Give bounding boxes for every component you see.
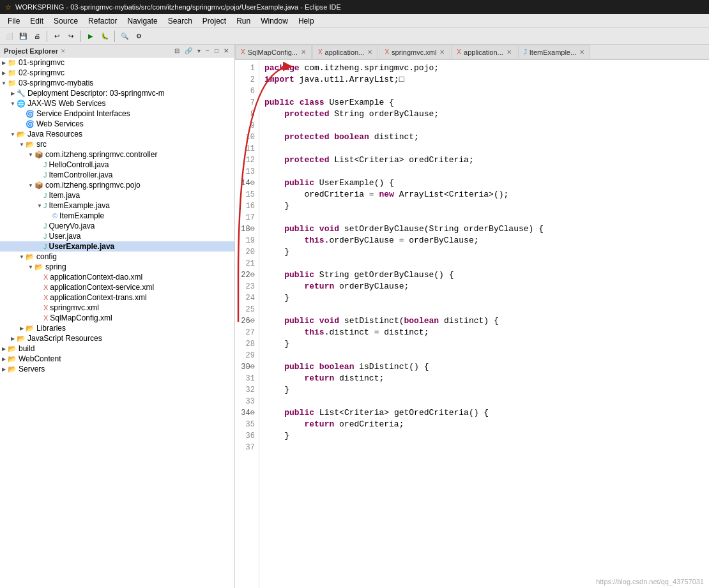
- code-editor-area[interactable]: 1267891011121314⊖15161718⊖19202122⊖23242…: [235, 60, 709, 588]
- tree-item-UserExample[interactable]: JUserExample.java: [0, 241, 234, 252]
- tree-item-appCtx-dao[interactable]: XapplicationContext-dao.xml: [0, 272, 234, 282]
- tree-arrow-src[interactable]: ▼: [18, 142, 26, 147]
- run-btn[interactable]: ▶: [84, 30, 97, 43]
- tree-item-ItemExample-class[interactable]: ©ItemExample: [0, 211, 234, 221]
- tree-arrow-03-springmvc-mybatis[interactable]: ▼: [0, 80, 8, 86]
- tree-item-web-services[interactable]: 🌀Web Services: [0, 119, 234, 129]
- tab-close-SqlMapConfig[interactable]: ✕: [301, 49, 306, 56]
- tree-item-java-resources[interactable]: ▼📂Java Resources: [0, 129, 234, 139]
- tree-item-User[interactable]: JUser.java: [0, 231, 234, 241]
- menu-item-edit[interactable]: Edit: [25, 15, 49, 27]
- tree-icon-QueryVo: J: [43, 222, 47, 230]
- tree-item-02-springmvc[interactable]: ▶📁02-springmvc: [0, 68, 234, 78]
- tab-SqlMapConfig[interactable]: XSqlMapConfig...✕: [235, 45, 312, 59]
- tree-item-config[interactable]: ▼📂config: [0, 252, 234, 262]
- view-menu-btn[interactable]: ▾: [195, 47, 202, 55]
- tree-arrow-config[interactable]: ▼: [18, 254, 26, 260]
- line-num-6: 10: [235, 132, 259, 143]
- tab-application2[interactable]: Xapplication...✕: [451, 45, 517, 59]
- tree-label-Libraries: Libraries: [36, 324, 66, 333]
- tree-item-Libraries[interactable]: ▶📂Libraries: [0, 323, 234, 333]
- menu-item-search[interactable]: Search: [163, 15, 197, 27]
- tab-close-ItemExample[interactable]: ✕: [579, 49, 584, 56]
- tree-item-src[interactable]: ▼📂src: [0, 139, 234, 149]
- tab-close-application1[interactable]: ✕: [367, 49, 372, 56]
- tree-item-Servers[interactable]: ▶📂Servers: [0, 364, 234, 374]
- toolbar-btn-6[interactable]: 🔍: [118, 30, 131, 43]
- close-explorer-btn[interactable]: ✕: [222, 47, 231, 55]
- tree-label-ItemExample-class: ItemExample: [59, 211, 104, 220]
- tree-item-pkg-pojo[interactable]: ▼📦com.itzheng.springmvc.pojo: [0, 180, 234, 190]
- tree-item-build[interactable]: ▶📂build: [0, 343, 234, 354]
- tree-item-QueryVo[interactable]: JQueryVo.java: [0, 221, 234, 231]
- tree-item-service-endpoint[interactable]: 🌀Service Endpoint Interfaces: [0, 109, 234, 119]
- tree-item-jax-ws[interactable]: ▼🌐JAX-WS Web Services: [0, 98, 234, 109]
- toolbar-btn-2[interactable]: 💾: [17, 30, 29, 43]
- tree-arrow-01-springmvc[interactable]: ▶: [0, 60, 8, 66]
- menu-item-file[interactable]: File: [3, 15, 25, 27]
- menu-item-project[interactable]: Project: [197, 15, 231, 27]
- tree-arrow-Servers[interactable]: ▶: [0, 366, 8, 372]
- code-line-2: [264, 86, 704, 97]
- tree-arrow-ItemExample[interactable]: ▼: [36, 203, 43, 209]
- code-line-1: import java.util.ArrayList;□: [264, 74, 704, 86]
- tree-item-SqlMapConfig[interactable]: XSqlMapConfig.xml: [0, 313, 234, 323]
- tree-item-Item[interactable]: JItem.java: [0, 190, 234, 200]
- menu-item-window[interactable]: Window: [255, 15, 293, 27]
- tree-item-spring[interactable]: ▼📂spring: [0, 262, 234, 272]
- tree-item-deployment-descriptor[interactable]: ▶🔧Deployment Descriptor: 03-springmvc-m: [0, 88, 234, 98]
- tree-arrow-pkg-controller[interactable]: ▼: [27, 152, 34, 158]
- toolbar-btn-1[interactable]: ⬜: [3, 30, 15, 43]
- tree-item-01-springmvc[interactable]: ▶📁01-springmvc: [0, 57, 234, 68]
- tree-item-03-springmvc-mybatis[interactable]: ▼📁03-springmvc-mybatis: [0, 78, 234, 88]
- tab-application1[interactable]: Xapplication...✕: [312, 45, 378, 59]
- tree-item-ItemExample[interactable]: ▼JItemExample.java: [0, 200, 234, 211]
- tree-arrow-build[interactable]: ▶: [0, 346, 8, 352]
- explorer-title: Project Explorer: [4, 47, 58, 55]
- menu-item-help[interactable]: Help: [293, 15, 319, 27]
- link-with-editor-btn[interactable]: 🔗: [183, 47, 194, 55]
- menu-item-source[interactable]: Source: [49, 15, 83, 27]
- tree-arrow-pkg-pojo[interactable]: ▼: [27, 183, 34, 188]
- tree-arrow-deployment-descriptor[interactable]: ▶: [9, 91, 17, 96]
- tree-arrow-java-resources[interactable]: ▼: [9, 132, 17, 137]
- maximize-btn[interactable]: □: [213, 47, 220, 55]
- tree-icon-java-resources: 📂: [17, 130, 26, 139]
- tree-arrow-spring[interactable]: ▼: [27, 264, 34, 270]
- tree-item-ItemController[interactable]: JItemController.java: [0, 170, 234, 180]
- tree-label-appCtx-dao: applicationContext-dao.xml: [50, 273, 142, 282]
- menu-item-refactor[interactable]: Refactor: [83, 15, 122, 27]
- tree-item-JavaScriptResources[interactable]: ▶📂JavaScript Resources: [0, 333, 234, 343]
- tree-item-springmvc-xml[interactable]: Xspringmvc.xml: [0, 303, 234, 313]
- tree-arrow-jax-ws[interactable]: ▼: [9, 101, 17, 107]
- tree-item-HelloControll[interactable]: JHelloControll.java: [0, 160, 234, 170]
- collapse-all-btn[interactable]: ⊟: [172, 47, 181, 55]
- toolbar-btn-4[interactable]: ↩: [50, 30, 63, 43]
- tree-item-pkg-controller[interactable]: ▼📦com.itzheng.springmvc.controller: [0, 149, 234, 160]
- menu-item-navigate[interactable]: Navigate: [122, 15, 162, 27]
- tree-arrow-JavaScriptResources[interactable]: ▶: [9, 336, 17, 342]
- tree-item-WebContent[interactable]: ▶📂WebContent: [0, 354, 234, 364]
- tree-item-appCtx-trans[interactable]: XapplicationContext-trans.xml: [0, 292, 234, 303]
- minimize-btn[interactable]: −: [204, 47, 211, 55]
- menu-item-run[interactable]: Run: [231, 15, 255, 27]
- tab-close-application2[interactable]: ✕: [507, 49, 512, 56]
- toolbar-btn-7[interactable]: ⚙: [132, 30, 145, 43]
- tree-icon-03-springmvc-mybatis: 📁: [8, 79, 17, 87]
- tree-arrow-Libraries[interactable]: ▶: [18, 326, 26, 331]
- code-line-0: package com.itzheng.springmvc.pojo;: [264, 63, 704, 74]
- code-line-14: public void setOrderByClause(String orde…: [264, 223, 704, 235]
- debug-btn[interactable]: 🐛: [98, 30, 111, 43]
- line-num-7: 11: [235, 143, 259, 155]
- tree-label-Item: Item.java: [49, 191, 80, 200]
- code-content[interactable]: package com.itzheng.springmvc.pojo;impor…: [259, 60, 709, 588]
- tab-close-springmvc-xml[interactable]: ✕: [439, 49, 445, 56]
- tree-arrow-WebContent[interactable]: ▶: [0, 356, 8, 362]
- tab-springmvc-xml[interactable]: Xspringmvc.xml✕: [379, 45, 450, 59]
- tree-arrow-02-springmvc[interactable]: ▶: [0, 70, 8, 76]
- tree-item-appCtx-service[interactable]: XapplicationContext-service.xml: [0, 282, 234, 292]
- toolbar-btn-3[interactable]: 🖨: [31, 30, 43, 43]
- tab-ItemExample[interactable]: JItemExample...✕: [518, 45, 590, 59]
- toolbar-btn-5[interactable]: ↪: [65, 30, 77, 43]
- title-bar: ☆ WORKSPRING - 03-springmvc-mybatis/src/…: [0, 0, 709, 14]
